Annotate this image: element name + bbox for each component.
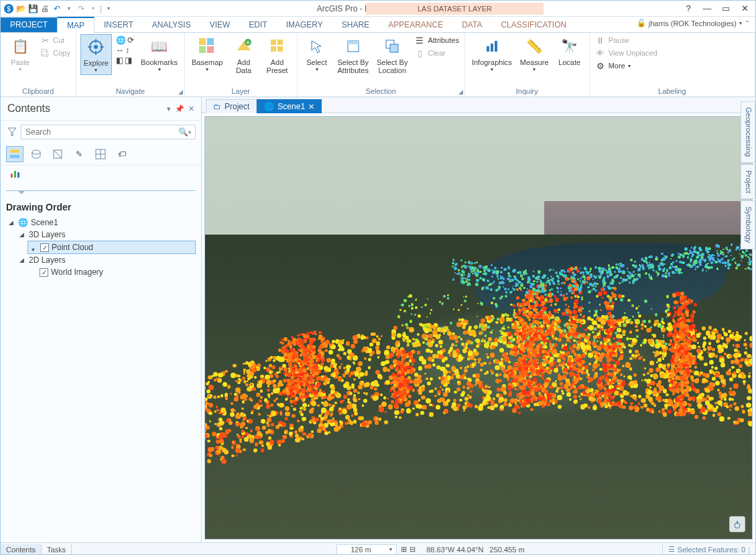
tree-scene[interactable]: ◢ 🌐 Scene1 xyxy=(6,217,196,229)
tab-edit[interactable]: EDIT xyxy=(239,17,276,32)
undo-menu-icon[interactable]: ▾ xyxy=(64,3,74,14)
scene-icon: 🌐 xyxy=(264,102,274,111)
qat-customize-icon[interactable]: ▾ xyxy=(103,3,114,14)
tab-classification[interactable]: CLASSIFICATION xyxy=(491,17,576,32)
pane-title: Contents xyxy=(7,103,50,115)
tab-appearance[interactable]: APPEARANCE xyxy=(379,17,452,32)
add-preset-button[interactable]: Add Preset xyxy=(262,34,293,76)
status-tool-icon[interactable]: ⊟ xyxy=(410,545,416,554)
drawing-order-heading: Drawing Order xyxy=(6,202,196,212)
cut-icon: ✂ xyxy=(40,35,50,46)
select-button[interactable]: Select ▾ xyxy=(302,34,332,74)
nav-tool-icon[interactable]: ◧ xyxy=(116,56,123,65)
search-input[interactable]: 🔍 ▾ xyxy=(21,125,196,139)
list-editing-button[interactable]: ✎ xyxy=(70,146,88,162)
cut-button[interactable]: ✂Cut xyxy=(38,34,72,46)
autohide-icon[interactable]: ▾ xyxy=(167,105,171,113)
filter-icon[interactable] xyxy=(6,126,18,138)
navigator-icon[interactable] xyxy=(729,516,745,532)
tab-view[interactable]: VIEW xyxy=(200,17,240,32)
undo-icon[interactable]: ↶ xyxy=(52,3,62,14)
nav-tool-icon[interactable]: ↔ xyxy=(116,46,124,55)
nav-tool-icon[interactable]: ◨ xyxy=(125,56,132,65)
statustab-contents[interactable]: Contents xyxy=(1,544,42,555)
basemap-button[interactable]: Basemap ▾ xyxy=(189,34,225,74)
tab-data[interactable]: DATA xyxy=(452,17,491,32)
open-icon[interactable]: 📂 xyxy=(15,3,26,14)
tree-world-imagery[interactable]: ✓ World Imagery xyxy=(27,266,196,278)
tree-2d-layers[interactable]: ◢ 2D Layers xyxy=(17,254,196,266)
bookmarks-icon: 📖 xyxy=(149,36,170,57)
nav-tool-icon[interactable]: ↕ xyxy=(125,46,129,55)
search-icon[interactable]: 🔍 xyxy=(178,127,188,137)
help-icon[interactable]: ? xyxy=(682,3,695,14)
attributes-button[interactable]: ☰Attributes xyxy=(413,34,460,46)
user-menu[interactable]: 🔓 jharris (ROK Technologies) ▾ ⌃ xyxy=(637,19,750,27)
scene-view[interactable] xyxy=(204,116,753,540)
list-chart-button[interactable] xyxy=(6,166,23,182)
expand-icon[interactable]: ◢ xyxy=(9,219,15,226)
tab-analysis[interactable]: ANALYSIS xyxy=(143,17,200,32)
bookmarks-button[interactable]: 📖 Bookmarks ▾ xyxy=(138,34,180,74)
title-bar: $ 📂 💾 🖨 ↶ ▾ ↷ ▾ | ▾ ArcGIS Pro - MyProje… xyxy=(1,1,755,17)
redo-icon[interactable]: ↷ xyxy=(76,3,86,14)
expand-icon[interactable]: ▸ xyxy=(29,243,39,252)
selected-features[interactable]: ☰ Selected Features: 0 | xyxy=(662,545,755,554)
measure-button[interactable]: 📏 Measure ▾ xyxy=(517,34,552,74)
print-icon[interactable]: 🖨 xyxy=(40,3,50,14)
list-source-button[interactable] xyxy=(27,146,45,162)
tree-point-cloud[interactable]: ▸ ✓ Point Cloud xyxy=(27,241,196,254)
minimize-icon[interactable]: — xyxy=(700,3,714,14)
select-by-attr-button[interactable]: Select By Attributes xyxy=(335,34,371,76)
visibility-checkbox[interactable]: ✓ xyxy=(40,268,48,277)
visibility-checkbox[interactable]: ✓ xyxy=(40,243,49,252)
add-data-button[interactable]: + Add Data xyxy=(229,34,259,76)
side-tab-geoprocessing[interactable]: Geoprocessing xyxy=(741,101,755,163)
pin-icon[interactable]: 📌 xyxy=(175,105,184,113)
tab-share[interactable]: SHARE xyxy=(332,17,379,32)
collapse-ribbon-icon[interactable]: ⌃ xyxy=(745,19,750,27)
list-labeling-button[interactable]: 🏷 xyxy=(113,146,131,162)
save-icon[interactable]: 💾 xyxy=(27,3,38,14)
view-unplaced-button[interactable]: 👁View Unplaced xyxy=(594,47,659,59)
tab-imagery[interactable]: IMAGERY xyxy=(277,17,332,32)
expand-icon[interactable]: ◢ xyxy=(19,231,26,238)
select-by-loc-button[interactable]: Select By Location xyxy=(374,34,410,76)
clear-button[interactable]: ▯Clear xyxy=(413,47,460,59)
dialog-launcher-icon[interactable]: ◢ xyxy=(178,88,183,95)
list-drawing-order-button[interactable] xyxy=(6,146,23,162)
tab-insert[interactable]: INSERT xyxy=(94,17,143,32)
tab-project[interactable]: PROJECT xyxy=(1,17,57,32)
close-icon[interactable]: ✕ xyxy=(738,3,751,14)
status-tool-icon[interactable]: ⊞ xyxy=(401,545,407,554)
explore-button[interactable]: Explore ▾ xyxy=(80,34,112,75)
tree-3d-layers[interactable]: ◢ 3D Layers xyxy=(17,229,196,241)
project-icon: 🗀 xyxy=(213,102,221,111)
maximize-icon[interactable]: ▭ xyxy=(719,3,733,14)
copy-button[interactable]: ⿻Copy xyxy=(38,47,72,59)
paste-button[interactable]: 📋 Paste ▾ xyxy=(5,34,36,74)
close-pane-icon[interactable]: ✕ xyxy=(188,105,194,113)
svg-rect-4 xyxy=(199,38,206,45)
nav-tool-icon[interactable]: ⟳ xyxy=(127,36,134,45)
expand-icon[interactable]: ◢ xyxy=(19,257,26,263)
close-tab-icon[interactable]: ✕ xyxy=(308,103,314,111)
view-tab-project[interactable]: 🗀 Project xyxy=(206,99,257,113)
locate-button[interactable]: 🔭 Locate xyxy=(554,34,585,68)
redo-menu-icon[interactable]: ▾ xyxy=(88,3,99,14)
view-tab-scene1[interactable]: 🌐 Scene1 ✕ xyxy=(257,99,322,113)
locate-icon: 🔭 xyxy=(559,36,580,57)
pause-button[interactable]: ⏸Pause xyxy=(594,34,659,46)
list-selection-button[interactable] xyxy=(49,146,66,162)
side-tab-project[interactable]: Project xyxy=(741,164,755,199)
nav-tool-icon[interactable]: 🌐 xyxy=(116,36,126,45)
list-snapping-button[interactable] xyxy=(92,146,109,162)
dialog-launcher-icon[interactable]: ◢ xyxy=(458,88,463,95)
tab-map[interactable]: MAP xyxy=(57,17,94,33)
more-button[interactable]: ⚙More ▾ xyxy=(594,60,659,72)
scale-selector[interactable]: 126 m ▾ xyxy=(336,544,397,555)
side-tab-symbology[interactable]: Symbology xyxy=(741,200,755,249)
measure-icon: 📏 xyxy=(523,36,545,57)
statustab-tasks[interactable]: Tasks xyxy=(42,544,72,555)
infographics-button[interactable]: Infographics ▾ xyxy=(469,34,515,74)
